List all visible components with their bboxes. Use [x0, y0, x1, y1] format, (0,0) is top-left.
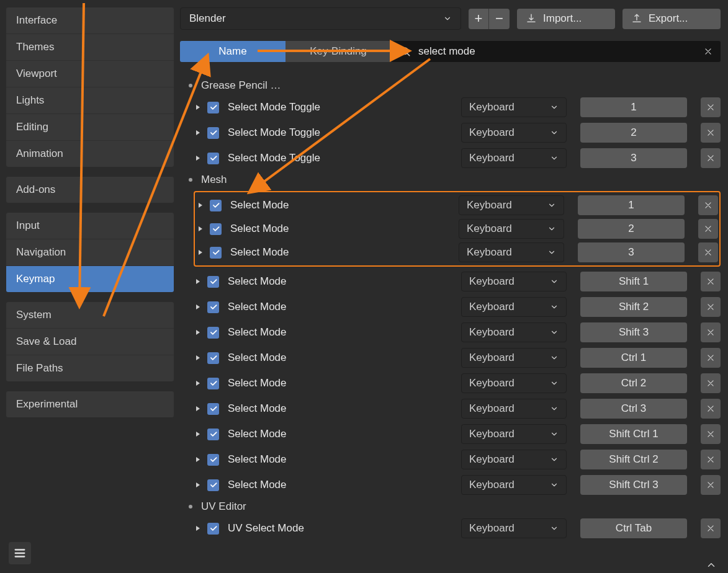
key-button[interactable]: Shift Ctrl 2	[580, 450, 687, 469]
device-dropdown[interactable]: Keyboard	[461, 373, 567, 393]
key-button[interactable]: 2	[580, 123, 687, 143]
remove-button[interactable]	[701, 475, 721, 495]
remove-button[interactable]	[701, 373, 721, 393]
device-dropdown[interactable]: Keyboard	[461, 97, 567, 117]
expand-icon[interactable]	[194, 481, 202, 489]
menu-button[interactable]	[9, 542, 31, 564]
sidebar-item-themes[interactable]: Themes	[6, 34, 174, 61]
enable-checkbox[interactable]	[207, 378, 219, 389]
device-dropdown[interactable]: Keyboard	[461, 450, 567, 469]
expand-icon[interactable]	[194, 524, 202, 533]
device-dropdown[interactable]: Keyboard	[461, 518, 567, 538]
preset-remove-button[interactable]: −	[489, 9, 510, 29]
search-clear-button[interactable]	[701, 44, 716, 59]
expand-icon[interactable]	[196, 201, 205, 210]
remove-button[interactable]	[701, 97, 721, 117]
expand-icon[interactable]	[194, 404, 202, 413]
device-dropdown[interactable]: Keyboard	[461, 297, 567, 317]
device-dropdown[interactable]: Keyboard	[461, 322, 567, 342]
remove-button[interactable]	[701, 518, 721, 538]
key-button[interactable]: 3	[580, 148, 687, 168]
key-button[interactable]: 1	[578, 195, 685, 215]
section-header[interactable]: UV Editor	[180, 497, 721, 517]
export-button[interactable]: Export...	[622, 9, 721, 29]
enable-checkbox[interactable]	[207, 454, 219, 466]
expand-icon[interactable]	[194, 277, 202, 286]
preset-dropdown[interactable]: Blender	[180, 7, 461, 30]
enable-checkbox[interactable]	[207, 102, 219, 113]
device-dropdown[interactable]: Keyboard	[461, 348, 567, 368]
key-button[interactable]: 3	[578, 242, 685, 262]
sidebar-item-save-load[interactable]: Save & Load	[6, 329, 174, 355]
expand-icon[interactable]	[194, 455, 202, 464]
remove-button[interactable]	[701, 272, 721, 291]
tab-name[interactable]: Name	[180, 41, 285, 62]
remove-button[interactable]	[698, 219, 718, 239]
device-dropdown[interactable]: Keyboard	[461, 475, 567, 495]
enable-checkbox[interactable]	[207, 127, 219, 139]
remove-button[interactable]	[698, 242, 718, 262]
remove-button[interactable]	[701, 297, 721, 317]
key-button[interactable]: 2	[578, 219, 685, 239]
expand-icon[interactable]	[194, 103, 202, 112]
enable-checkbox[interactable]	[210, 223, 222, 235]
key-button[interactable]: 1	[580, 97, 687, 117]
search-input[interactable]	[417, 45, 694, 58]
expand-icon[interactable]	[194, 379, 202, 388]
sidebar-item-input[interactable]: Input	[6, 213, 174, 239]
device-dropdown[interactable]: Keyboard	[461, 148, 567, 168]
key-button[interactable]: Shift 3	[580, 322, 687, 342]
enable-checkbox[interactable]	[207, 327, 219, 339]
search-field[interactable]	[391, 41, 721, 62]
key-button[interactable]: Shift Ctrl 3	[580, 475, 687, 495]
remove-button[interactable]	[701, 424, 721, 444]
sidebar-item-interface[interactable]: Interface	[6, 7, 174, 34]
expand-icon[interactable]	[196, 248, 205, 257]
expand-icon[interactable]	[194, 303, 202, 311]
expand-icon[interactable]	[194, 353, 202, 362]
device-dropdown[interactable]: Keyboard	[461, 123, 567, 143]
section-header[interactable]: Grease Pencil …	[180, 76, 721, 96]
sidebar-item-lights[interactable]: Lights	[6, 87, 174, 114]
remove-button[interactable]	[701, 322, 721, 342]
key-button[interactable]: Ctrl 2	[580, 373, 687, 393]
key-button[interactable]: Ctrl 3	[580, 399, 687, 419]
device-dropdown[interactable]: Keyboard	[459, 242, 564, 262]
remove-button[interactable]	[698, 195, 718, 215]
device-dropdown[interactable]: Keyboard	[461, 399, 567, 419]
remove-button[interactable]	[701, 348, 721, 368]
enable-checkbox[interactable]	[207, 153, 219, 164]
key-button[interactable]: Ctrl 1	[580, 348, 687, 368]
tab-key-binding[interactable]: Key-Binding	[285, 41, 391, 62]
key-button[interactable]: Shift 2	[580, 297, 687, 317]
sidebar-item-file-paths[interactable]: File Paths	[6, 355, 174, 381]
device-dropdown[interactable]: Keyboard	[459, 195, 564, 215]
enable-checkbox[interactable]	[207, 276, 219, 288]
sidebar-item-editing[interactable]: Editing	[6, 114, 174, 141]
expand-icon[interactable]	[194, 430, 202, 438]
expand-icon[interactable]	[196, 224, 205, 233]
enable-checkbox[interactable]	[207, 429, 219, 440]
section-header[interactable]: Mesh	[180, 170, 721, 190]
remove-button[interactable]	[701, 450, 721, 469]
expand-icon[interactable]	[194, 328, 202, 337]
scroll-top-button[interactable]	[703, 558, 719, 572]
enable-checkbox[interactable]	[207, 523, 219, 535]
enable-checkbox[interactable]	[210, 247, 222, 259]
key-button[interactable]: Shift 1	[580, 272, 687, 291]
enable-checkbox[interactable]	[207, 301, 219, 313]
remove-button[interactable]	[701, 148, 721, 168]
remove-button[interactable]	[701, 123, 721, 143]
enable-checkbox[interactable]	[207, 479, 219, 491]
sidebar-item-keymap[interactable]: Keymap	[6, 266, 174, 292]
preset-add-button[interactable]: +	[469, 9, 489, 29]
sidebar-item-add-ons[interactable]: Add-ons	[6, 177, 174, 203]
enable-checkbox[interactable]	[207, 352, 219, 364]
enable-checkbox[interactable]	[210, 200, 222, 211]
sidebar-item-animation[interactable]: Animation	[6, 141, 174, 167]
key-button[interactable]: Ctrl Tab	[580, 518, 687, 538]
sidebar-item-navigation[interactable]: Navigation	[6, 239, 174, 266]
enable-checkbox[interactable]	[207, 403, 219, 415]
device-dropdown[interactable]: Keyboard	[461, 272, 567, 291]
sidebar-item-experimental[interactable]: Experimental	[6, 391, 174, 417]
